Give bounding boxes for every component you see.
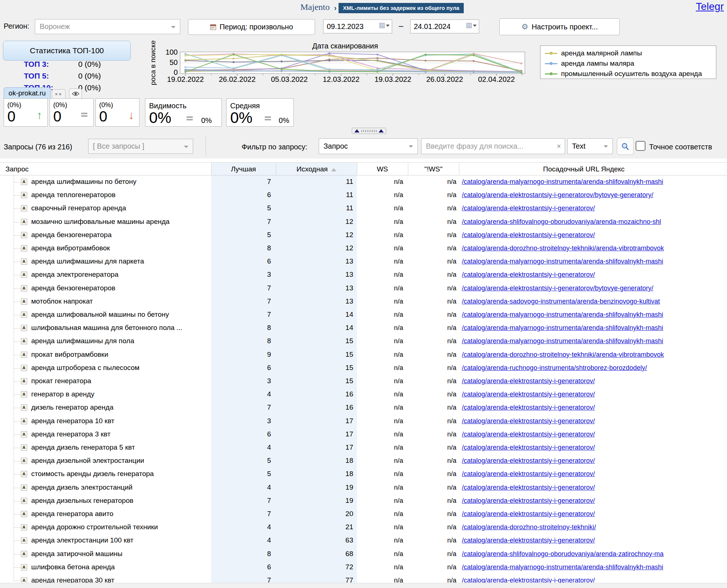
- query-cell[interactable]: аренда дизель генератора 5 квт: [31, 443, 135, 451]
- landing-url-link[interactable]: /catalog/arenda-elektrostantsiy-i-genera…: [462, 444, 595, 451]
- date-from-field[interactable]: 09.12.2023: [323, 19, 392, 33]
- calendar-dropdown-icon[interactable]: [466, 23, 477, 28]
- landing-url-link[interactable]: /catalog/arenda-elektrostantsiy-i-genera…: [462, 484, 595, 491]
- table-row[interactable]: Aаренда шлифмашины по бетону711n/an/a/ca…: [0, 175, 727, 189]
- landing-url-link[interactable]: /catalog/arenda-malyarnogo-instrumenta/a…: [462, 311, 663, 319]
- configure-project-button[interactable]: ⚙ Настроить проект...: [499, 18, 620, 35]
- landing-url-link[interactable]: /catalog/arenda-malyarnogo-instrumenta/a…: [462, 258, 663, 265]
- clear-search-icon[interactable]: ×: [557, 139, 561, 154]
- query-cell[interactable]: аренда дизельной электростанции: [31, 457, 144, 465]
- horizontal-scrollbar[interactable]: [0, 583, 727, 588]
- column-header-nws[interactable]: "!WS": [408, 165, 459, 173]
- region-select[interactable]: Воронеж: [35, 19, 180, 34]
- telegram-link[interactable]: Telegr: [696, 1, 724, 12]
- date-to-field[interactable]: 24.01.2024: [410, 19, 479, 33]
- landing-url-link[interactable]: /catalog/arenda-malyarnogo-instrumenta/a…: [462, 178, 663, 186]
- table-row[interactable]: Aпрокат генератора315n/an/a/catalog/aren…: [0, 375, 727, 388]
- table-row[interactable]: Aаренда бензогенераторов713n/an/a/catalo…: [0, 282, 727, 295]
- query-cell[interactable]: аренда электростанции 100 квт: [31, 536, 134, 544]
- query-cell[interactable]: аренда шлифмашины для паркета: [31, 257, 144, 265]
- landing-url-link[interactable]: /catalog/arenda-elektrostantsiy-i-genera…: [462, 470, 595, 478]
- query-cell[interactable]: генератор в аренду: [31, 390, 94, 398]
- query-cell[interactable]: аренда бензогенераторов: [31, 284, 115, 292]
- landing-url-link[interactable]: /catalog/arenda-sadovogo-instrumenta/are…: [462, 298, 660, 305]
- landing-url-link[interactable]: /catalog/arenda-elektrostantsiy-i-genera…: [462, 497, 595, 505]
- table-row[interactable]: Aгенератор в аренду416n/an/a/catalog/are…: [0, 388, 727, 401]
- query-cell[interactable]: аренда шлифмашины для пола: [31, 337, 134, 345]
- top100-stats-button[interactable]: Статистика ТОП-100: [3, 41, 131, 61]
- landing-url-link[interactable]: /catalog/arenda-elektrostantsiy-i-genera…: [462, 457, 595, 465]
- table-row[interactable]: Aаренда дизельных генераторов719n/an/a/c…: [0, 494, 727, 508]
- search-button[interactable]: [617, 138, 634, 155]
- table-row[interactable]: Aаренда шлифмашины для пола815n/an/a/cat…: [0, 335, 727, 348]
- query-cell[interactable]: аренда штробореза с пылесосом: [31, 364, 140, 372]
- column-header-ws[interactable]: WS: [357, 165, 408, 173]
- table-row[interactable]: Aдизель генератор аренда716n/an/a/catalo…: [0, 401, 727, 414]
- table-row[interactable]: Aшлифовка бетона аренда672n/an/a/catalog…: [0, 561, 727, 574]
- all-queries-select[interactable]: [ Все запросы ]: [88, 139, 193, 154]
- landing-url-link[interactable]: /catalog/arenda-dorozhno-stroitelnoy-tek…: [462, 523, 596, 531]
- table-row[interactable]: Aпрокат вибротрамбовки915n/an/a/catalog/…: [0, 348, 727, 362]
- landing-url-link[interactable]: /catalog/arenda-elektrostantsiy-i-genera…: [462, 391, 595, 398]
- landing-url-link[interactable]: /catalog/arenda-malyarnogo-instrumenta/a…: [462, 337, 663, 345]
- panel-collapse-splitter[interactable]: [352, 128, 386, 134]
- query-cell[interactable]: аренда электрогенератора: [31, 271, 118, 279]
- landing-url-link[interactable]: /catalog/arenda-dorozhno-stroitelnoy-tek…: [462, 351, 664, 359]
- table-row[interactable]: Aаренда бензогенератора512n/an/a/catalog…: [0, 229, 727, 242]
- table-row[interactable]: Aмотоблок напрокат713n/an/a/catalog/aren…: [0, 295, 727, 308]
- table-row[interactable]: Aаренда шлифмашины для паркета613n/an/a/…: [0, 255, 727, 268]
- table-row[interactable]: Aаренда генератора 10 квт317n/an/a/catal…: [0, 415, 727, 428]
- mini-tab[interactable]: ××: [52, 89, 66, 99]
- landing-url-link[interactable]: /catalog/arenda-elektrostantsiy-i-genera…: [462, 271, 595, 279]
- query-cell[interactable]: аренда дизель электростанций: [31, 483, 133, 491]
- query-cell[interactable]: аренда дизельных генераторов: [31, 497, 133, 505]
- table-row[interactable]: Aсварочный генератор аренда511n/an/a/cat…: [0, 202, 727, 215]
- table-row[interactable]: Aстоимость аренды дизель генератора518n/…: [0, 468, 727, 481]
- query-cell[interactable]: стоимость аренды дизель генератора: [31, 470, 154, 478]
- query-cell[interactable]: мотоблок напрокат: [31, 297, 93, 305]
- query-cell[interactable]: аренда генератора 10 квт: [31, 417, 115, 425]
- query-cell[interactable]: аренда шлифмашины по бетону: [31, 178, 136, 186]
- table-row[interactable]: Aаренда электростанции 100 квт463n/an/a/…: [0, 534, 727, 547]
- landing-url-link[interactable]: /catalog/arenda-malyarnogo-instrumenta/a…: [462, 563, 663, 571]
- query-cell[interactable]: дизель генератор аренда: [31, 403, 113, 411]
- landing-url-link[interactable]: /catalog/arenda-elektrostantsiy-i-genera…: [462, 377, 595, 385]
- column-header-query[interactable]: Запрос: [6, 165, 29, 173]
- landing-url-link[interactable]: /catalog/arenda-elektrostantsiy-i-genera…: [462, 404, 595, 411]
- landing-url-link[interactable]: /catalog/arenda-elektrostantsiy-i-genera…: [462, 191, 653, 199]
- landing-url-link[interactable]: /catalog/arenda-shlifovalnogo-oborudovan…: [462, 218, 661, 226]
- query-cell[interactable]: аренда вибротрамбовок: [31, 244, 110, 252]
- table-row[interactable]: Aаренда затирочной машины868n/an/a/catal…: [0, 548, 727, 561]
- landing-url-link[interactable]: /catalog/arenda-dorozhno-stroitelnoy-tek…: [462, 244, 664, 252]
- table-row[interactable]: Aаренда шлифовальной машины по бетону714…: [0, 308, 727, 322]
- project-tab-ok-prokat-ru[interactable]: ok-prokat.ru: [4, 87, 51, 99]
- landing-url-link[interactable]: /catalog/arenda-ruchnogo-instrumenta/sht…: [462, 364, 647, 372]
- query-cell[interactable]: шлифовка бетона аренда: [31, 563, 115, 571]
- table-row[interactable]: Aаренда дизель электростанций419n/an/a/c…: [0, 481, 727, 494]
- period-button[interactable]: Период: произвольно: [188, 19, 315, 35]
- landing-url-link[interactable]: /catalog/arenda-elektrostantsiy-i-genera…: [462, 417, 595, 425]
- table-row[interactable]: Aшлифовальная машина для бетонного пола …: [0, 322, 727, 335]
- query-cell[interactable]: прокат генератора: [31, 377, 91, 385]
- query-cell[interactable]: аренда шлифовальной машины по бетону: [31, 311, 169, 319]
- column-header-url[interactable]: Посадочный URL Яндекс: [459, 165, 709, 173]
- query-cell[interactable]: аренда затирочной машины: [31, 550, 123, 558]
- query-cell[interactable]: мозаично шлифовальные машины аренда: [31, 218, 170, 226]
- landing-url-link[interactable]: /catalog/arenda-elektrostantsiy-i-genera…: [462, 431, 595, 438]
- table-row[interactable]: Aаренда генератора авито720n/an/a/catalo…: [0, 508, 727, 521]
- landing-url-link[interactable]: /catalog/arenda-elektrostantsiy-i-genera…: [462, 231, 595, 239]
- query-cell[interactable]: шлифовальная машина для бетонного пола .…: [31, 324, 182, 332]
- query-cell[interactable]: сварочный генератор аренда: [31, 204, 126, 212]
- table-row[interactable]: Aмозаично шлифовальные машины аренда712n…: [0, 215, 727, 229]
- filter-field-select[interactable]: Запрос: [319, 138, 418, 154]
- table-row[interactable]: Aаренда дорожно строительной техники421n…: [0, 521, 727, 534]
- table-row[interactable]: Aаренда дизельной электростанции518n/an/…: [0, 454, 727, 468]
- table-row[interactable]: Aаренда вибротрамбовок812n/an/a/catalog/…: [0, 242, 727, 255]
- calendar-dropdown-icon[interactable]: [379, 23, 390, 28]
- landing-url-link[interactable]: /catalog/arenda-malyarnogo-instrumenta/a…: [462, 324, 663, 332]
- landing-url-link[interactable]: /catalog/arenda-elektrostantsiy-i-genera…: [462, 510, 595, 518]
- landing-url-link[interactable]: /catalog/arenda-elektrostantsiy-i-genera…: [462, 537, 595, 544]
- landing-url-link[interactable]: /catalog/arenda-elektrostantsiy-i-genera…: [462, 204, 595, 212]
- search-phrase-input[interactable]: Введите фразу для поиска... ×: [421, 138, 565, 154]
- column-header-initial[interactable]: Исходная: [276, 165, 357, 173]
